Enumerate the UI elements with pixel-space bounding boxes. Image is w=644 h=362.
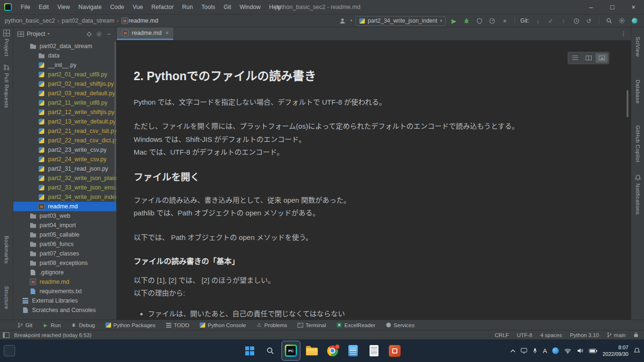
tree-item[interactable]: __init__.py [13, 60, 116, 70]
menu-item[interactable]: Window [235, 0, 265, 14]
project-scrollbar[interactable] [114, 41, 116, 202]
menu-item[interactable]: Code [106, 0, 129, 14]
tree-item[interactable]: part2_22_read_csv_dict.py [13, 136, 116, 145]
git-branch-widget[interactable]: main [607, 332, 626, 338]
run-configuration-select[interactable]: part2_34_write_json_indent ▾ [355, 16, 446, 26]
tree-item[interactable]: part04_import [13, 221, 116, 230]
tree-item[interactable]: readme.md [13, 202, 116, 211]
taskbar-document-app-button[interactable] [365, 341, 383, 360]
tree-item[interactable]: part2_23_write_csv.py [13, 145, 116, 155]
taskbar-clock[interactable]: 8:07 2022/09/30 [603, 344, 628, 358]
toolwindow-python-packages[interactable]: Python Packages [100, 320, 161, 330]
tab-readme[interactable]: readme.md × [117, 27, 173, 40]
tool-stripe-bookmarks[interactable]: Bookmarks [3, 227, 10, 264]
git-push-button[interactable]: ↑ [559, 16, 568, 25]
tool-stripe-database[interactable]: Database [635, 71, 641, 104]
tree-item[interactable]: External Libraries [13, 296, 116, 305]
tab-close-icon[interactable]: × [165, 30, 169, 36]
breadcrumb-project[interactable]: python_basic_sec2 [5, 17, 55, 24]
menu-item[interactable]: Git [219, 0, 235, 14]
toolwindow-todo[interactable]: TODO [161, 320, 194, 330]
panel-settings-gear-icon[interactable] [95, 30, 103, 38]
menu-item[interactable]: Refactor [147, 0, 178, 14]
tree-item[interactable]: part03_web [13, 211, 116, 221]
toolwindow-git[interactable]: Git [12, 320, 38, 330]
indent-widget[interactable]: 4 spaces [540, 332, 562, 338]
run-button[interactable]: ▶ [449, 16, 459, 25]
project-panel-title[interactable]: Project [27, 31, 45, 37]
tool-stripe-sciview[interactable]: SciView [635, 37, 641, 57]
tree-item[interactable]: part2_01_read_utf8.py [13, 70, 116, 79]
chevron-down-icon[interactable]: ▾ [48, 32, 49, 36]
menu-item[interactable]: Edit [34, 0, 53, 14]
tree-item[interactable]: .gitignore [13, 268, 116, 277]
menu-item[interactable]: Navigate [74, 0, 106, 14]
tree-item[interactable]: part07_classes [13, 249, 116, 258]
toolwindow-run[interactable]: Run [38, 320, 66, 330]
menu-item[interactable]: Tools [197, 0, 219, 14]
git-commit-button[interactable]: ✓ [546, 16, 555, 25]
tree-item[interactable]: part08_exceptions [13, 258, 116, 268]
tree-item[interactable]: part2_11_write_utf8.py [13, 98, 116, 107]
tree-item[interactable]: Scratches and Consoles [13, 305, 116, 315]
tree-item[interactable]: part2_03_read_default.py [13, 89, 116, 98]
git-update-button[interactable]: ↓ [533, 16, 543, 25]
tree-item[interactable]: requirements.txt [13, 287, 116, 296]
profiler-button[interactable] [487, 16, 497, 25]
rollback-button[interactable]: ↺ [584, 16, 594, 25]
tree-item[interactable]: part2_02_read_shiftjis.py [13, 79, 116, 89]
line-ending-widget[interactable]: CRLF [495, 332, 509, 338]
taskbar-pycharm-button[interactable] [282, 341, 300, 360]
show-editor-only-button[interactable] [569, 53, 581, 63]
tree-item[interactable]: part2_32_write_json_plain.py [13, 173, 116, 183]
tree-item[interactable]: part2_31_read_json.py [13, 164, 116, 173]
volume-icon[interactable] [577, 348, 584, 354]
tree-item[interactable]: readme.md [13, 277, 116, 287]
run-with-coverage-button[interactable] [475, 16, 484, 25]
tab-options-icon[interactable]: ⋮ [616, 27, 631, 40]
tool-stripe-copilot[interactable]: GitHub Copilot [635, 116, 641, 163]
tree-item[interactable]: part05_callable [13, 230, 116, 239]
taskbar-chrome-button[interactable] [323, 341, 341, 360]
taskbar-red-app-button[interactable] [386, 341, 403, 360]
user-profile-icon[interactable] [338, 16, 347, 25]
tree-item[interactable]: part2_34_write_json_indent. [13, 192, 116, 202]
tree-item[interactable]: data [13, 51, 116, 60]
menu-item[interactable]: Vue [129, 0, 147, 14]
toolwindow-problems[interactable]: Problems [251, 320, 292, 330]
history-button[interactable] [572, 16, 581, 25]
hidden-icons-chevron[interactable] [510, 349, 515, 353]
tray-blue-dot-icon[interactable] [552, 347, 559, 354]
breadcrumb-folder[interactable]: part02_data_stream [62, 17, 114, 24]
tool-stripe-project[interactable]: Project [3, 30, 10, 57]
search-everywhere-button[interactable] [604, 16, 614, 25]
lock-icon[interactable] [634, 332, 638, 338]
tree-item[interactable]: part2_33_write_json_ensure_ [13, 183, 116, 192]
start-button[interactable] [241, 341, 258, 360]
tray-mic-icon[interactable] [532, 348, 538, 354]
menu-item[interactable]: File [16, 0, 34, 14]
tree-item[interactable]: part2_12_write_shiftjis.py [13, 107, 116, 117]
battery-icon[interactable] [589, 348, 597, 354]
settings-sync-icon[interactable] [630, 16, 639, 25]
close-button[interactable]: × [623, 0, 644, 14]
taskbar-file-explorer-button[interactable] [303, 341, 321, 360]
tree-item[interactable]: part2_21_read_csv_lsit.py [13, 126, 116, 136]
tree-item[interactable]: part2_24_write_csv.py [13, 155, 116, 164]
tool-window-switcher-icon[interactable] [3, 332, 9, 338]
encoding-widget[interactable]: UTF-8 [517, 332, 532, 338]
toolwindow-python-console[interactable]: Python Console [194, 320, 251, 330]
toolwindow-debug[interactable]: Debug [66, 320, 100, 330]
breadcrumb-file[interactable]: readme.md [129, 17, 158, 24]
toolwindow-excelreader[interactable]: ExcelReader [331, 320, 380, 330]
hide-panel-icon[interactable]: – [105, 30, 113, 38]
menu-item[interactable]: Run [178, 0, 197, 14]
tool-stripe-notifications[interactable]: Notifications [635, 174, 641, 214]
taskbar-notepad-button[interactable] [344, 341, 362, 360]
tool-stripe-pull-requests[interactable]: Pull Requests [3, 64, 10, 108]
show-editor-and-preview-button[interactable] [582, 53, 595, 63]
ime-indicator[interactable]: A [543, 347, 547, 354]
maximize-button[interactable]: □ [602, 0, 623, 14]
locate-file-icon[interactable] [85, 30, 93, 38]
interpreter-widget[interactable]: Python 3.10 [570, 332, 599, 338]
